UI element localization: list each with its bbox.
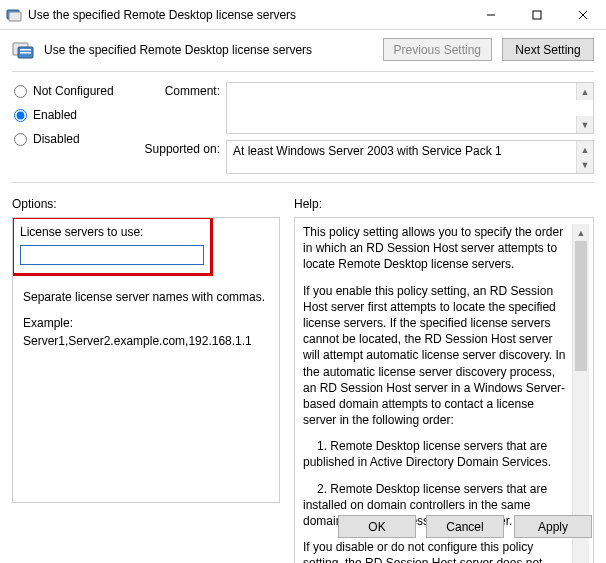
state-radio-group: Not Configured Enabled Disabled [14, 82, 124, 174]
radio-disabled[interactable]: Disabled [14, 132, 124, 146]
license-servers-input[interactable] [20, 245, 204, 265]
help-paragraph: If you enable this policy setting, an RD… [303, 283, 568, 429]
options-column: Options: License servers to use: Separat… [12, 195, 280, 503]
options-section-label: Options: [12, 195, 280, 217]
divider [12, 71, 594, 72]
policy-icon [12, 41, 34, 59]
comment-label: Comment: [142, 82, 220, 98]
scroll-up-icon[interactable]: ▲ [573, 224, 589, 241]
config-area: Not Configured Enabled Disabled Comment:… [0, 78, 606, 178]
supported-value: At least Windows Server 2003 with Servic… [233, 144, 502, 158]
previous-setting-button: Previous Setting [383, 38, 492, 61]
license-servers-label: License servers to use: [20, 225, 204, 239]
supported-label: Supported on: [142, 140, 220, 156]
minimize-button[interactable] [468, 0, 514, 30]
radio-disabled-input[interactable] [14, 133, 27, 146]
help-paragraph: If you disable or do not configure this … [303, 539, 568, 563]
options-hint-line1: Separate license server names with comma… [23, 288, 269, 306]
help-panel: This policy setting allows you to specif… [294, 217, 594, 563]
window-titlebar: Use the specified Remote Desktop license… [0, 0, 606, 30]
svg-rect-9 [20, 52, 31, 54]
maximize-button[interactable] [514, 0, 560, 30]
options-panel: License servers to use: Separate license… [12, 217, 280, 503]
radio-not-configured[interactable]: Not Configured [14, 84, 124, 98]
dialog-title: Use the specified Remote Desktop license… [44, 43, 373, 57]
ok-button[interactable]: OK [338, 515, 416, 538]
supported-textbox: At least Windows Server 2003 with Servic… [226, 140, 594, 174]
help-text: This policy setting allows you to specif… [303, 224, 572, 563]
options-hint: Separate license server names with comma… [23, 288, 269, 350]
help-paragraph: 1. Remote Desktop license servers that a… [303, 438, 568, 470]
highlighted-field-group: License servers to use: [12, 217, 213, 276]
help-column: Help: This policy setting allows you to … [294, 195, 594, 503]
radio-disabled-label: Disabled [33, 132, 80, 146]
radio-enabled-label: Enabled [33, 108, 77, 122]
scroll-down-icon[interactable]: ▼ [576, 116, 593, 133]
radio-enabled[interactable]: Enabled [14, 108, 124, 122]
scrollbar-thumb[interactable] [575, 241, 587, 371]
divider [12, 182, 594, 183]
help-section-label: Help: [294, 195, 594, 217]
radio-enabled-input[interactable] [14, 109, 27, 122]
close-button[interactable] [560, 0, 606, 30]
cancel-button[interactable]: Cancel [426, 515, 504, 538]
meta-column: Comment: ▲ ▼ Supported on: At least Wind… [142, 82, 594, 174]
next-setting-button[interactable]: Next Setting [502, 38, 594, 61]
svg-rect-3 [533, 11, 541, 19]
comment-textarea[interactable]: ▲ ▼ [226, 82, 594, 134]
scroll-down-icon[interactable]: ▼ [576, 156, 593, 173]
apply-button[interactable]: Apply [514, 515, 592, 538]
radio-not-configured-input[interactable] [14, 85, 27, 98]
radio-not-configured-label: Not Configured [33, 84, 114, 98]
svg-rect-1 [9, 12, 21, 21]
options-hint-line2: Example: Server1,Server2.example.com,192… [23, 314, 269, 350]
help-scrollbar[interactable]: ▲ ▼ [572, 224, 589, 563]
body-area: Options: License servers to use: Separat… [0, 189, 606, 509]
app-icon [6, 7, 22, 23]
dialog-header: Use the specified Remote Desktop license… [0, 30, 606, 67]
help-paragraph: This policy setting allows you to specif… [303, 224, 568, 273]
scroll-up-icon[interactable]: ▲ [576, 83, 593, 100]
svg-rect-8 [20, 49, 31, 51]
window-title: Use the specified Remote Desktop license… [28, 8, 468, 22]
